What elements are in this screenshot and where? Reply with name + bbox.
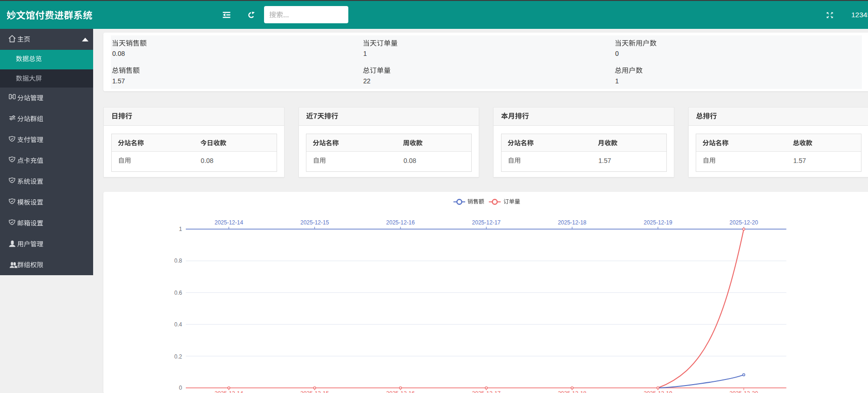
svg-text:2025-12-18: 2025-12-18 (558, 219, 587, 226)
svg-text:2025-12-18: 2025-12-18 (558, 390, 587, 393)
svg-text:1: 1 (179, 226, 182, 232)
svg-text:0.6: 0.6 (174, 289, 182, 296)
svg-text:2025-12-20: 2025-12-20 (730, 390, 759, 393)
svg-text:2025-12-16: 2025-12-16 (386, 390, 415, 393)
svg-text:2025-12-15: 2025-12-15 (300, 219, 329, 226)
svg-text:0.8: 0.8 (174, 257, 182, 264)
svg-text:2025-12-14: 2025-12-14 (215, 219, 244, 226)
svg-text:2025-12-16: 2025-12-16 (386, 219, 415, 226)
svg-text:2025-12-14: 2025-12-14 (215, 390, 244, 393)
svg-text:2025-12-19: 2025-12-19 (644, 390, 672, 393)
svg-text:0.4: 0.4 (174, 321, 182, 328)
svg-text:0: 0 (179, 385, 182, 391)
svg-text:2025-12-19: 2025-12-19 (644, 219, 672, 226)
svg-text:0.2: 0.2 (174, 353, 182, 359)
svg-text:2025-12-15: 2025-12-15 (300, 390, 329, 393)
svg-text:2025-12-17: 2025-12-17 (472, 219, 501, 226)
svg-text:2025-12-20: 2025-12-20 (730, 219, 759, 226)
svg-text:2025-12-17: 2025-12-17 (472, 390, 501, 393)
